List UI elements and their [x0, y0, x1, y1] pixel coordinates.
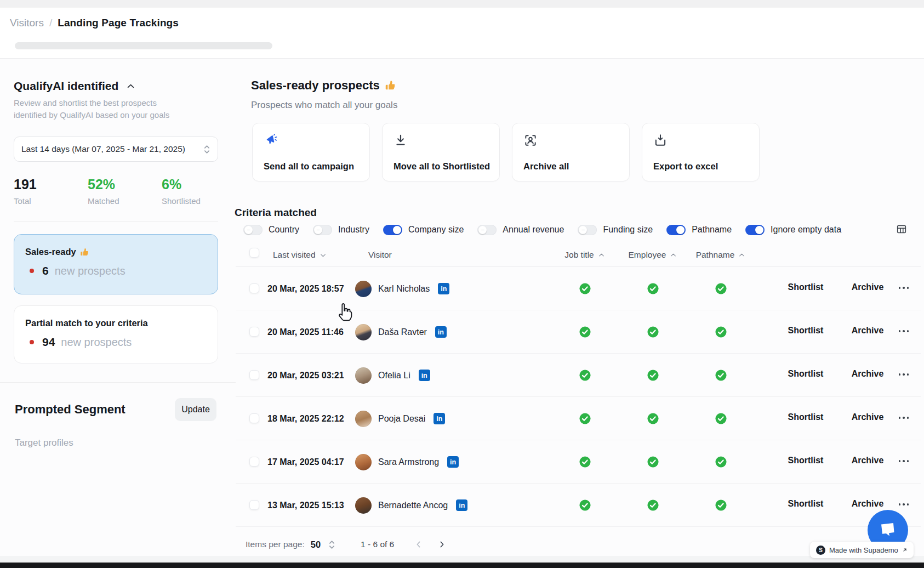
previous-page-button[interactable] [413, 538, 425, 550]
date-range-value: Last 14 days (Mar 07, 2025 - Mar 21, 202… [21, 144, 203, 154]
breadcrumb-separator: / [49, 17, 52, 29]
chevron-up-icon [598, 252, 605, 259]
pagination-bar: Items per page: 50 1 - 6 of 6 [246, 536, 448, 553]
toggle-switch[interactable] [313, 225, 332, 235]
column-header-job-title[interactable]: Job title [552, 250, 618, 260]
page-range-label: 1 - 6 of 6 [361, 539, 394, 549]
shortlist-button[interactable]: Shortlist [784, 369, 828, 379]
avatar [355, 454, 372, 470]
toggle-switch[interactable] [666, 225, 686, 235]
column-header-pathname[interactable]: Pathname [688, 250, 754, 260]
archive-all-button[interactable]: Archive all [512, 123, 630, 181]
archive-button[interactable]: Archive [846, 412, 889, 422]
action-label: Send all to campaign [264, 161, 358, 172]
archive-button[interactable]: Archive [846, 326, 889, 336]
table-row[interactable]: 20 Mar, 2025 18:57 Karl Nicholas in Shor… [236, 267, 921, 310]
segment-card-sales-ready[interactable]: Sales-ready 6 new prospects [14, 234, 218, 294]
more-options-button[interactable] [896, 287, 911, 289]
toggle-label: Ignore empty data [771, 225, 841, 235]
table-view-icon[interactable] [896, 223, 908, 235]
update-button[interactable]: Update [175, 398, 216, 421]
stat-total: 191 Total [14, 177, 37, 206]
date-range-select[interactable]: Last 14 days (Mar 07, 2025 - Mar 21, 202… [14, 137, 218, 162]
more-options-button[interactable] [896, 330, 911, 332]
shortlist-button[interactable]: Shortlist [784, 412, 828, 422]
shortlist-button[interactable]: Shortlist [784, 499, 828, 509]
next-page-button[interactable] [436, 538, 448, 550]
send-all-to-campaign-button[interactable]: Send all to campaign [252, 123, 370, 181]
export-to-excel-button[interactable]: Export to excel [642, 123, 760, 181]
shortlist-button[interactable]: Shortlist [784, 282, 828, 292]
chevron-up-icon[interactable] [126, 82, 135, 91]
divider [0, 382, 236, 383]
toggle-switch[interactable] [243, 225, 263, 235]
more-options-button[interactable] [896, 503, 911, 505]
toggle-knob [579, 226, 587, 234]
more-options-button[interactable] [896, 373, 911, 376]
row-checkbox[interactable] [249, 457, 259, 467]
more-options-button[interactable] [896, 417, 911, 419]
table-row[interactable]: 13 Mar, 2025 15:13 Bernadette Ancog in S… [236, 484, 921, 527]
toggle-switch[interactable] [477, 225, 497, 235]
pathname-check-icon [715, 326, 727, 338]
column-label: Job title [564, 250, 594, 260]
shortlist-button[interactable]: Shortlist [784, 456, 828, 465]
criteria-toggle[interactable]: Funding size [578, 225, 653, 235]
column-header-last-visited[interactable]: Last visited [273, 250, 327, 260]
visitor-name: Bernadette Ancog [378, 501, 448, 510]
items-per-page-stepper-icon[interactable] [326, 538, 338, 550]
select-all-checkbox[interactable] [249, 248, 259, 258]
more-options-button[interactable] [896, 460, 911, 462]
toggle-knob [478, 226, 487, 234]
criteria-toggle[interactable]: Annual revenue [477, 225, 564, 235]
segment-card-partial-match[interactable]: Partial match to your criteria 94 new pr… [14, 305, 218, 363]
table-row[interactable]: 20 Mar, 2025 03:21 Ofelia Li in Shortlis… [236, 354, 921, 397]
row-checkbox[interactable] [249, 370, 259, 380]
linkedin-icon[interactable]: in [434, 413, 445, 424]
criteria-toggle[interactable]: Ignore empty data [745, 225, 841, 235]
linkedin-icon[interactable]: in [447, 456, 459, 468]
toggle-switch[interactable] [745, 225, 765, 235]
move-all-to-shortlisted-button[interactable]: Move all to Shortlisted [382, 123, 500, 181]
column-header-employee[interactable]: Employee [620, 250, 686, 260]
stat-label: Total [14, 196, 37, 206]
external-link-icon [902, 547, 908, 553]
employee-check-icon [647, 412, 659, 425]
column-header-visitor[interactable]: Visitor [368, 250, 392, 260]
shortlist-button[interactable]: Shortlist [784, 326, 828, 336]
new-indicator-dot [30, 340, 34, 344]
linkedin-icon[interactable]: in [435, 326, 447, 338]
column-label: Pathname [696, 250, 735, 260]
row-checkbox[interactable] [249, 500, 259, 510]
employee-check-icon [647, 456, 659, 468]
visitor-name: Pooja Desai [378, 414, 425, 424]
archive-button[interactable]: Archive [846, 499, 889, 509]
row-checkbox[interactable] [249, 327, 259, 337]
criteria-toggle[interactable]: Pathname [666, 225, 732, 235]
linkedin-icon[interactable]: in [419, 370, 430, 381]
archive-button[interactable]: Archive [846, 456, 889, 465]
criteria-toggle[interactable]: Country [243, 225, 299, 235]
supademo-badge[interactable]: S Made with Supademo [810, 542, 914, 558]
linkedin-icon[interactable]: in [456, 499, 467, 511]
table-row[interactable]: 20 Mar, 2025 11:46 Daša Ravter in Shortl… [236, 310, 921, 354]
table-row[interactable]: 17 Mar, 2025 04:17 Sara Armstrong in Sho… [236, 440, 921, 484]
row-checkbox[interactable] [249, 283, 259, 293]
bottom-bar [0, 563, 924, 568]
items-per-page-value[interactable]: 50 [311, 539, 321, 550]
supademo-badge-text: Made with Supademo [829, 546, 898, 554]
chevron-down-icon [320, 252, 327, 259]
criteria-toggle[interactable]: Company size [383, 225, 464, 235]
criteria-toggle[interactable]: Industry [313, 225, 369, 235]
linkedin-icon[interactable]: in [438, 283, 449, 294]
breadcrumb-parent-link[interactable]: Visitors [10, 17, 44, 29]
table-row[interactable]: 18 Mar, 2025 22:12 Pooja Desai in Shortl… [236, 397, 921, 440]
stat-value: 52% [88, 177, 119, 192]
toggle-switch[interactable] [578, 225, 597, 235]
toggle-switch[interactable] [383, 225, 402, 235]
row-checkbox[interactable] [249, 413, 259, 423]
job-title-check-icon [579, 456, 591, 468]
archive-button[interactable]: Archive [846, 369, 889, 379]
toggle-label: Pathname [692, 225, 732, 235]
archive-button[interactable]: Archive [846, 282, 889, 292]
